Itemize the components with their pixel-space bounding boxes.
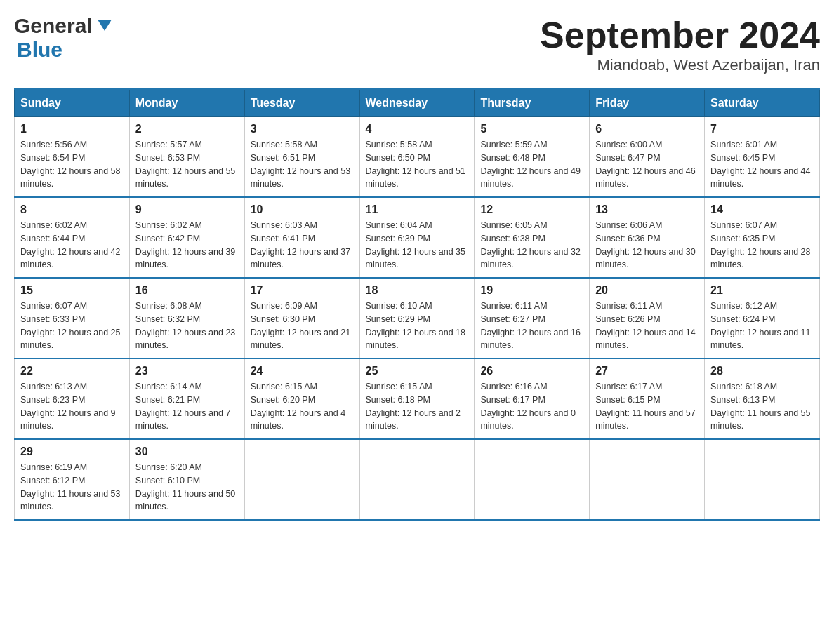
day-info: Sunrise: 5:58 AMSunset: 6:51 PMDaylight:…: [251, 138, 354, 191]
day-info: Sunrise: 6:10 AMSunset: 6:29 PMDaylight:…: [366, 300, 469, 352]
day-info: Sunrise: 6:17 AMSunset: 6:15 PMDaylight:…: [595, 380, 699, 433]
column-header-sunday: Sunday: [15, 89, 130, 117]
day-number: 11: [366, 203, 469, 216]
calendar-cell: 14Sunrise: 6:07 AMSunset: 6:35 PMDayligh…: [705, 197, 820, 278]
calendar-cell: [359, 439, 475, 520]
day-info: Sunrise: 6:13 AMSunset: 6:23 PMDaylight:…: [20, 380, 124, 433]
day-info: Sunrise: 6:11 AMSunset: 6:26 PMDaylight:…: [595, 300, 699, 352]
day-info: Sunrise: 6:14 AMSunset: 6:21 PMDaylight:…: [135, 380, 239, 433]
calendar-cell: 29Sunrise: 6:19 AMSunset: 6:12 PMDayligh…: [15, 439, 130, 520]
page-header: General Blue September 2024 Miandoab, We…: [14, 14, 820, 74]
logo-general-text: General: [14, 14, 93, 38]
day-info: Sunrise: 6:12 AMSunset: 6:24 PMDaylight:…: [710, 300, 814, 352]
column-header-tuesday: Tuesday: [244, 89, 359, 117]
day-number: 26: [480, 365, 583, 377]
column-header-monday: Monday: [129, 89, 244, 117]
day-number: 16: [135, 284, 239, 297]
day-info: Sunrise: 6:00 AMSunset: 6:47 PMDaylight:…: [595, 138, 699, 191]
day-info: Sunrise: 5:56 AMSunset: 6:54 PMDaylight:…: [20, 138, 124, 191]
calendar-cell: 13Sunrise: 6:06 AMSunset: 6:36 PMDayligh…: [590, 197, 705, 278]
calendar-cell: 11Sunrise: 6:04 AMSunset: 6:39 PMDayligh…: [359, 197, 475, 278]
calendar-cell: 10Sunrise: 6:03 AMSunset: 6:41 PMDayligh…: [244, 197, 359, 278]
calendar-table: SundayMondayTuesdayWednesdayThursdayFrid…: [14, 88, 820, 521]
calendar-cell: 27Sunrise: 6:17 AMSunset: 6:15 PMDayligh…: [590, 358, 705, 439]
calendar-cell: 1Sunrise: 5:56 AMSunset: 6:54 PMDaylight…: [15, 117, 130, 198]
calendar-cell: 15Sunrise: 6:07 AMSunset: 6:33 PMDayligh…: [15, 278, 130, 358]
day-info: Sunrise: 6:07 AMSunset: 6:35 PMDaylight:…: [710, 219, 814, 271]
calendar-week-row: 22Sunrise: 6:13 AMSunset: 6:23 PMDayligh…: [15, 358, 820, 439]
day-number: 5: [480, 123, 583, 135]
calendar-cell: [705, 439, 820, 520]
day-info: Sunrise: 6:20 AMSunset: 6:10 PMDaylight:…: [135, 461, 239, 514]
day-number: 6: [595, 123, 699, 135]
calendar-cell: 18Sunrise: 6:10 AMSunset: 6:29 PMDayligh…: [359, 278, 475, 358]
day-info: Sunrise: 6:15 AMSunset: 6:18 PMDaylight:…: [366, 380, 469, 433]
day-number: 20: [595, 284, 699, 297]
column-header-saturday: Saturday: [705, 89, 820, 117]
calendar-cell: 7Sunrise: 6:01 AMSunset: 6:45 PMDaylight…: [705, 117, 820, 198]
calendar-cell: [590, 439, 705, 520]
day-info: Sunrise: 6:18 AMSunset: 6:13 PMDaylight:…: [710, 380, 814, 433]
column-header-friday: Friday: [590, 89, 705, 117]
calendar-cell: [244, 439, 359, 520]
day-number: 22: [20, 365, 124, 377]
day-number: 25: [366, 365, 469, 377]
day-number: 23: [135, 365, 239, 377]
calendar-cell: 20Sunrise: 6:11 AMSunset: 6:26 PMDayligh…: [590, 278, 705, 358]
calendar-week-row: 15Sunrise: 6:07 AMSunset: 6:33 PMDayligh…: [15, 278, 820, 358]
day-info: Sunrise: 6:05 AMSunset: 6:38 PMDaylight:…: [480, 219, 583, 271]
day-info: Sunrise: 6:07 AMSunset: 6:33 PMDaylight:…: [20, 300, 124, 352]
calendar-cell: 24Sunrise: 6:15 AMSunset: 6:20 PMDayligh…: [244, 358, 359, 439]
location-subtitle: Miandoab, West Azerbaijan, Iran: [540, 56, 820, 74]
calendar-cell: 12Sunrise: 6:05 AMSunset: 6:38 PMDayligh…: [475, 197, 590, 278]
day-number: 8: [20, 203, 124, 216]
day-number: 17: [251, 284, 354, 297]
day-number: 3: [251, 123, 354, 135]
calendar-cell: 26Sunrise: 6:16 AMSunset: 6:17 PMDayligh…: [475, 358, 590, 439]
column-header-wednesday: Wednesday: [359, 89, 475, 117]
day-number: 21: [710, 284, 814, 297]
day-number: 15: [20, 284, 124, 297]
day-number: 28: [710, 365, 814, 377]
calendar-header-row: SundayMondayTuesdayWednesdayThursdayFrid…: [15, 89, 820, 117]
calendar-cell: 23Sunrise: 6:14 AMSunset: 6:21 PMDayligh…: [129, 358, 244, 439]
month-year-title: September 2024: [540, 14, 820, 56]
day-number: 13: [595, 203, 699, 216]
day-info: Sunrise: 6:02 AMSunset: 6:44 PMDaylight:…: [20, 219, 124, 271]
calendar-cell: 6Sunrise: 6:00 AMSunset: 6:47 PMDaylight…: [590, 117, 705, 198]
day-info: Sunrise: 6:03 AMSunset: 6:41 PMDaylight:…: [251, 219, 354, 271]
calendar-cell: 5Sunrise: 5:59 AMSunset: 6:48 PMDaylight…: [475, 117, 590, 198]
calendar-cell: 9Sunrise: 6:02 AMSunset: 6:42 PMDaylight…: [129, 197, 244, 278]
day-info: Sunrise: 6:09 AMSunset: 6:30 PMDaylight:…: [251, 300, 354, 352]
day-number: 2: [135, 123, 239, 135]
calendar-week-row: 29Sunrise: 6:19 AMSunset: 6:12 PMDayligh…: [15, 439, 820, 520]
day-info: Sunrise: 6:16 AMSunset: 6:17 PMDaylight:…: [480, 380, 583, 433]
day-info: Sunrise: 5:57 AMSunset: 6:53 PMDaylight:…: [135, 138, 239, 191]
day-number: 7: [710, 123, 814, 135]
calendar-cell: 22Sunrise: 6:13 AMSunset: 6:23 PMDayligh…: [15, 358, 130, 439]
calendar-cell: 25Sunrise: 6:15 AMSunset: 6:18 PMDayligh…: [359, 358, 475, 439]
day-number: 29: [20, 445, 124, 458]
calendar-cell: 16Sunrise: 6:08 AMSunset: 6:32 PMDayligh…: [129, 278, 244, 358]
day-number: 30: [135, 445, 239, 458]
calendar-cell: [475, 439, 590, 520]
day-info: Sunrise: 6:01 AMSunset: 6:45 PMDaylight:…: [710, 138, 814, 191]
day-number: 27: [595, 365, 699, 377]
calendar-cell: 21Sunrise: 6:12 AMSunset: 6:24 PMDayligh…: [705, 278, 820, 358]
title-section: September 2024 Miandoab, West Azerbaijan…: [540, 14, 820, 74]
svg-marker-0: [98, 20, 112, 31]
calendar-cell: 8Sunrise: 6:02 AMSunset: 6:44 PMDaylight…: [15, 197, 130, 278]
calendar-cell: 28Sunrise: 6:18 AMSunset: 6:13 PMDayligh…: [705, 358, 820, 439]
calendar-cell: 19Sunrise: 6:11 AMSunset: 6:27 PMDayligh…: [475, 278, 590, 358]
logo: General Blue: [14, 14, 115, 62]
column-header-thursday: Thursday: [475, 89, 590, 117]
day-info: Sunrise: 6:19 AMSunset: 6:12 PMDaylight:…: [20, 461, 124, 514]
day-number: 14: [710, 203, 814, 216]
calendar-cell: 17Sunrise: 6:09 AMSunset: 6:30 PMDayligh…: [244, 278, 359, 358]
day-info: Sunrise: 6:04 AMSunset: 6:39 PMDaylight:…: [366, 219, 469, 271]
day-number: 4: [366, 123, 469, 135]
day-info: Sunrise: 6:11 AMSunset: 6:27 PMDaylight:…: [480, 300, 583, 352]
day-info: Sunrise: 6:06 AMSunset: 6:36 PMDaylight:…: [595, 219, 699, 271]
calendar-cell: 30Sunrise: 6:20 AMSunset: 6:10 PMDayligh…: [129, 439, 244, 520]
day-info: Sunrise: 6:02 AMSunset: 6:42 PMDaylight:…: [135, 219, 239, 271]
